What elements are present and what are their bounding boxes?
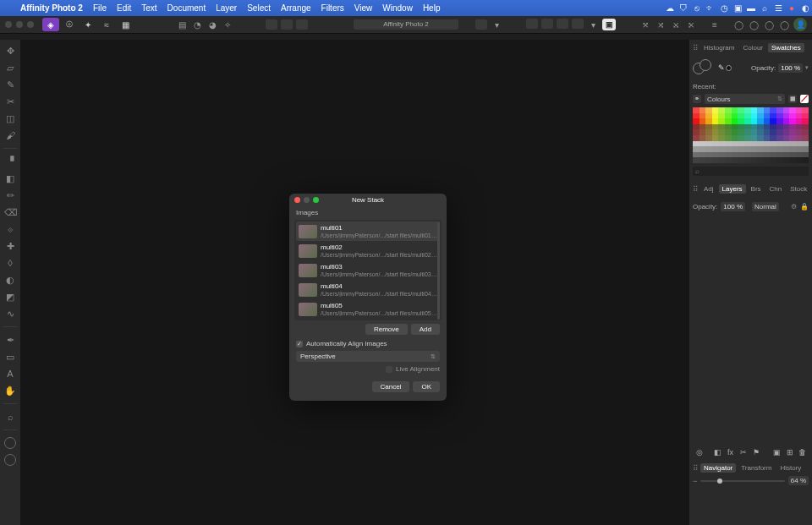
swatch-cell[interactable]: [796, 118, 803, 124]
swatch-cell[interactable]: [744, 124, 751, 130]
swatch-cell[interactable]: [738, 135, 744, 141]
swatch-cell[interactable]: [757, 113, 764, 119]
screen-icon[interactable]: ▣: [731, 3, 744, 13]
swatch-cell[interactable]: [744, 107, 751, 113]
lock-icon[interactable]: 🔒: [800, 203, 809, 211]
swatch-cell[interactable]: [732, 135, 738, 141]
swatch-cell[interactable]: [751, 124, 758, 130]
swatch-cell[interactable]: [693, 113, 700, 119]
tool-icon[interactable]: [266, 19, 277, 30]
swatch-cell[interactable]: [705, 135, 712, 141]
menu-select[interactable]: Select: [242, 3, 276, 13]
swatch-cell[interactable]: [712, 146, 719, 152]
minimize-icon[interactable]: [304, 197, 310, 203]
swatch-cell[interactable]: [744, 129, 751, 135]
swatch-cell[interactable]: [783, 157, 790, 163]
swatch-cell[interactable]: [783, 129, 790, 135]
swatch-cell[interactable]: [783, 118, 790, 124]
swatch-cell[interactable]: [783, 107, 790, 113]
status-icon[interactable]: ⎋: [690, 3, 704, 13]
swatch-cell[interactable]: [776, 129, 783, 135]
foreground-well-icon[interactable]: [700, 59, 711, 71]
swatch-cell[interactable]: [732, 113, 738, 119]
dialog-image-list[interactable]: multi01 /Users/jimmyPaterson/.../start f…: [294, 220, 442, 320]
swatch-cell[interactable]: [770, 113, 776, 119]
swatch-cell[interactable]: [757, 124, 764, 130]
minimize-icon[interactable]: [16, 21, 23, 28]
autocontrast-icon[interactable]: ◔: [191, 19, 203, 30]
swatch-cell[interactable]: [705, 146, 712, 152]
swatch-cell[interactable]: [770, 152, 776, 158]
erase-tool-icon[interactable]: ⌫: [4, 206, 16, 218]
foreground-color-icon[interactable]: [4, 437, 16, 449]
swatch-cell[interactable]: [705, 129, 712, 135]
swatch-cell[interactable]: [796, 107, 803, 113]
swatch-cell[interactable]: [770, 118, 776, 124]
tab-history[interactable]: History: [776, 463, 804, 473]
swatch-cell[interactable]: [789, 113, 796, 119]
flood-tool-icon[interactable]: ▝: [4, 156, 16, 167]
swatch-cell[interactable]: [783, 146, 790, 152]
swatch-cell[interactable]: [718, 107, 725, 113]
swatch-cell[interactable]: [718, 113, 725, 119]
drag-handle-icon[interactable]: ⠿: [693, 464, 699, 473]
crop-tool-icon[interactable]: ✂: [4, 96, 16, 107]
account-icon[interactable]: 👤: [793, 18, 807, 31]
artboard-tool-icon[interactable]: ▱: [4, 62, 16, 74]
swatch-cell[interactable]: [776, 107, 783, 113]
drag-handle-icon[interactable]: ⠿: [693, 44, 699, 52]
swatch-cell[interactable]: [789, 118, 796, 124]
swatch-cell[interactable]: [718, 118, 725, 124]
swatch-cell[interactable]: [718, 124, 725, 130]
tab-navigator[interactable]: Navigator: [700, 463, 736, 473]
swatch-cell[interactable]: [744, 113, 751, 119]
swatch-cell[interactable]: [725, 107, 732, 113]
tab-layers[interactable]: Layers: [719, 184, 746, 194]
app-name[interactable]: Affinity Photo 2: [15, 3, 88, 13]
swatch-cell[interactable]: [732, 157, 738, 163]
swatch-cell[interactable]: [693, 152, 700, 158]
opacity-value[interactable]: 100 %: [778, 63, 803, 73]
swatch-cell[interactable]: [802, 152, 809, 158]
swatch-cell[interactable]: [738, 107, 744, 113]
autowb-icon[interactable]: ✧: [222, 19, 233, 30]
swatch-cell[interactable]: [789, 157, 796, 163]
bool-icon[interactable]: ◯: [732, 19, 744, 30]
menu-text[interactable]: Text: [136, 3, 162, 13]
swatch-cell[interactable]: [693, 135, 700, 141]
swatch-cell[interactable]: [700, 107, 706, 113]
status-icon[interactable]: ☁: [663, 3, 677, 13]
swatch-cell[interactable]: [705, 113, 712, 119]
swatch-cell[interactable]: [700, 113, 706, 119]
dialog-titlebar[interactable]: New Stack: [289, 194, 447, 205]
fx-icon[interactable]: fx: [726, 448, 735, 457]
menu-window[interactable]: Window: [377, 3, 418, 13]
slider-thumb[interactable]: [717, 479, 722, 484]
chevron-down-icon[interactable]: ▾: [587, 19, 599, 30]
swatch-cell[interactable]: [744, 135, 751, 141]
swatch-cell[interactable]: [789, 152, 796, 158]
tool-icon[interactable]: [572, 19, 584, 29]
swatch-cell[interactable]: [770, 141, 776, 147]
swatch-cell[interactable]: [712, 124, 719, 130]
perspective-dropdown[interactable]: Perspective ⇅: [296, 351, 440, 362]
selector-icon[interactable]: [475, 19, 487, 30]
swatch-cell[interactable]: [783, 152, 790, 158]
swatch-cell[interactable]: [802, 146, 809, 152]
burn-tool-icon[interactable]: ◩: [4, 291, 16, 303]
swatch-cell[interactable]: [732, 129, 738, 135]
swatch-cell[interactable]: [796, 135, 803, 141]
swatch-cell[interactable]: [770, 157, 776, 163]
link-icon[interactable]: ⚭: [693, 95, 701, 103]
swatch-cell[interactable]: [770, 107, 776, 113]
swatch-cell[interactable]: [783, 113, 790, 119]
tab-channels[interactable]: Chn: [766, 184, 786, 194]
swatch-cell[interactable]: [732, 107, 738, 113]
color-picker-icon[interactable]: ✎: [4, 79, 16, 90]
delete-icon[interactable]: 🗑: [798, 448, 807, 457]
chevron-down-icon[interactable]: ▾: [491, 19, 502, 30]
swatch-cell[interactable]: [783, 124, 790, 130]
swatch-cell[interactable]: [751, 113, 758, 119]
color-wells[interactable]: [693, 59, 713, 76]
swatch-cell[interactable]: [738, 129, 744, 135]
